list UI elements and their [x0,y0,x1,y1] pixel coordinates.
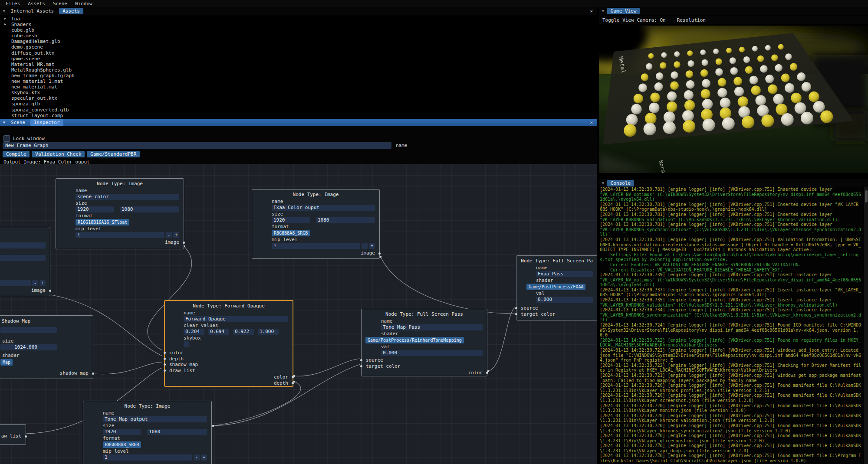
height-input[interactable]: 1080 [147,429,207,435]
file-row[interactable]: specular_out.ktx [0,95,597,101]
height-input[interactable] [0,255,46,261]
format-chip[interactable]: R8G8B8A8_SRGB [103,441,141,448]
port-dot[interactable] [164,352,166,354]
port-dot[interactable] [515,307,517,309]
port-dot[interactable] [25,435,27,438]
port-dot[interactable] [164,363,166,366]
file-row[interactable]: ▶Shaders [0,22,597,27]
format-chip[interactable]: R8G8B8A8_SRGB [272,230,310,236]
width-input[interactable]: 1920 [103,429,141,435]
resolution-dropdown[interactable]: Resolution [677,17,706,23]
size-input[interactable]: 1024.000 [0,344,57,350]
mip-decrement-button[interactable]: - [32,280,38,286]
source-input-port[interactable]: source [366,357,400,363]
menu-item-scene[interactable]: Scene [49,0,71,7]
file-row[interactable]: skybox.ktx [0,90,597,95]
name-input[interactable] [0,327,57,333]
port-dot[interactable] [486,372,488,374]
color-output-port[interactable]: color [468,370,483,376]
source-input-port[interactable]: source [521,305,555,311]
clear-g-input[interactable]: 0.694 [208,329,229,335]
port-dot[interactable] [292,382,294,384]
val-input[interactable]: 0.000 [381,350,483,356]
tab-scene[interactable]: Scene [8,119,28,126]
image-output-port[interactable]: image [272,249,375,256]
file-row[interactable]: ▶lua [0,16,597,22]
name-input[interactable]: Forward Opaque [184,316,288,322]
clear-b-input[interactable]: 0.922 [233,329,254,335]
port-dot[interactable] [378,252,381,255]
toggle-view-camera-button[interactable]: Toggle View Camera: On [602,17,666,23]
file-row[interactable]: sponza.glb [0,101,597,107]
color-output-port[interactable]: color [274,374,288,380]
tab-console[interactable]: Console [607,180,634,186]
file-row[interactable]: sponza_converted.glb [0,107,597,113]
clear-a-input[interactable]: 1.000 [258,329,279,335]
height-input[interactable]: 1080 [120,206,179,212]
lock-window-checkbox[interactable] [3,135,10,142]
menu-item-window[interactable]: Window [71,0,96,7]
file-row[interactable]: new frame graph.fgraph [0,73,597,78]
standard-pbr-button[interactable]: Game/StandardPBR [87,151,140,157]
tab-game-view[interactable]: Game View [607,8,640,14]
tab-inspector[interactable]: Inspector [30,119,63,126]
chevron-down-icon[interactable]: ▼ [3,9,5,13]
name-input[interactable]: Fxaa Pass [536,271,593,277]
shadow-map-input-port[interactable]: shadow map [169,362,198,368]
mip-increment-button[interactable]: + [39,280,46,286]
file-row[interactable]: cube.glb [0,27,597,33]
mip-level-input[interactable]: 1 [103,454,192,461]
mip-increment-button[interactable]: + [369,243,375,249]
name-input[interactable]: Tone Map output [103,416,207,422]
image-output-port[interactable]: image [0,287,46,294]
shader-chip[interactable]: Game/PostProcess/ReinhardToneMapping [365,337,464,343]
file-row[interactable]: struct_layout.comp [0,113,597,118]
file-row[interactable]: cube.mesh [0,33,597,39]
shadow-map-output-port[interactable]: shadow map [60,370,89,376]
expand-arrow-icon[interactable]: ▶ [4,16,6,22]
console-scrollbar[interactable] [864,187,868,464]
clear-r-input[interactable]: 0.204 [184,329,204,335]
mip-decrement-button[interactable]: - [166,232,172,238]
validation-check-button[interactable]: Validation Check [32,151,85,157]
height-input[interactable]: 1080 [316,217,375,223]
shader-chip[interactable]: Game/PostProcess/FXAA [526,284,585,290]
file-row[interactable]: demo.gscene [0,44,597,50]
file-row[interactable]: MetalRoughSpheres.glb [0,67,597,73]
target-color-input-port[interactable]: target color [521,311,555,317]
port-dot[interactable] [515,313,517,315]
port-dot[interactable] [360,365,362,367]
node-image-tone-map-output[interactable]: Node Type: Image name Tone Map output si… [83,401,212,464]
width-input[interactable]: 1920 [272,217,310,223]
tab-assets[interactable]: Assets [59,8,83,14]
node-tone-map-pass[interactable]: Node Type: Full Screen Pass name Tone Ma… [361,309,487,376]
chevron-down-icon[interactable]: ▼ [3,121,5,124]
port-dot[interactable] [183,242,185,244]
name-input[interactable]: Tone Map Pass [381,324,483,330]
val-input[interactable]: 0.000 [536,297,593,303]
mip-level-input[interactable]: 1 [272,243,360,249]
name-input[interactable]: Fxaa Color ouput [272,205,375,211]
node-fragment-draw-list[interactable]: aw list [0,424,26,445]
mip-level-input[interactable]: 1 [76,232,164,238]
file-row[interactable]: DamagedHelmet.glb [0,39,597,44]
port-dot[interactable] [360,359,362,361]
file-row[interactable]: new material 1.mat [0,78,597,84]
tab-internal-assets[interactable]: Internal Assets [8,8,56,14]
chevron-down-icon[interactable]: ▼ [602,9,604,13]
port-dot[interactable] [292,376,294,378]
node-shadow-map[interactable]: Shadow Map size 1024.000 shader Map shad… [0,315,93,379]
close-icon[interactable]: ✕ [590,8,593,14]
chevron-down-icon[interactable]: ▼ [602,181,604,185]
node-forward-opaque[interactable]: Node Type: Forward Opaque name Forward O… [164,300,293,387]
menu-item-files[interactable]: Files [2,0,24,7]
file-row[interactable]: game.scene [0,56,597,62]
node-image-fxaa-color[interactable]: Node Type: Image name Fxaa Color ouput s… [252,189,380,259]
name-input[interactable] [0,242,46,248]
scrollbar-thumb[interactable] [865,190,868,203]
expand-arrow-icon[interactable]: ▶ [4,22,6,27]
file-row[interactable]: Material_MR.mat [0,62,597,67]
port-dot[interactable] [164,358,166,360]
node-image-partial[interactable]: - + image [0,227,50,296]
width-input[interactable]: 1920 [76,206,114,212]
